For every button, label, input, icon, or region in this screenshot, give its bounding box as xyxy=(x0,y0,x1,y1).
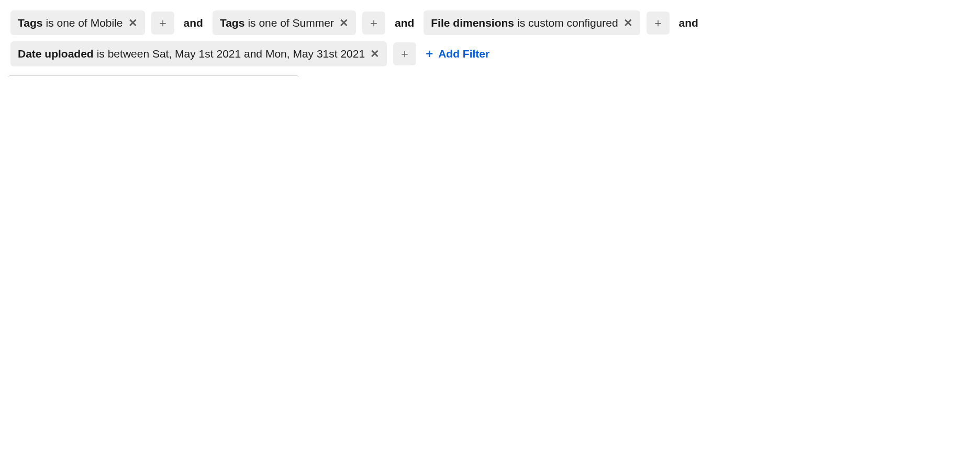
conjunction-label: and xyxy=(181,17,206,29)
close-icon[interactable]: ✕ xyxy=(128,16,138,30)
filter-rest: is one of Summer xyxy=(248,16,334,30)
filter-chip-tags-summer[interactable]: Tags is one of Summer ✕ xyxy=(213,10,356,35)
filter-rest: is one of Mobile xyxy=(46,16,122,30)
add-condition-button[interactable]: ＋ xyxy=(393,42,416,65)
add-filter-label: Add Filter xyxy=(438,48,489,60)
filter-chip-tags-mobile[interactable]: Tags is one of Mobile ✕ xyxy=(10,10,145,35)
add-filter-button[interactable]: + Add Filter xyxy=(422,42,493,65)
add-condition-button[interactable]: ＋ xyxy=(151,12,174,35)
close-icon[interactable]: ✕ xyxy=(339,16,349,30)
add-condition-button[interactable]: ＋ xyxy=(647,12,670,35)
filter-field: Date uploaded xyxy=(18,47,94,61)
conjunction-label: and xyxy=(392,17,417,29)
filter-rest: is custom configured xyxy=(517,16,618,30)
add-condition-button[interactable]: ＋ xyxy=(362,12,385,35)
close-icon[interactable]: ✕ xyxy=(370,47,380,61)
filter-chip-file-dimensions[interactable]: File dimensions is custom configured ✕ xyxy=(424,10,640,35)
filter-bar: Tags is one of Mobile ✕ ＋ and Tags is on… xyxy=(10,10,970,66)
conjunction-label: and xyxy=(676,17,701,29)
filter-field: File dimensions xyxy=(431,16,514,30)
filter-rest: is between Sat, May 1st 2021 and Mon, Ma… xyxy=(97,47,365,61)
date-mode-options: within last month within last week exact… xyxy=(8,76,299,77)
filter-chip-date-uploaded[interactable]: Date uploaded is between Sat, May 1st 20… xyxy=(10,41,387,66)
date-filter-popover: within last month within last week exact… xyxy=(7,75,299,77)
close-icon[interactable]: ✕ xyxy=(623,16,633,30)
plus-icon: + xyxy=(426,47,433,61)
filter-field: Tags xyxy=(220,16,244,30)
filter-field: Tags xyxy=(18,16,42,30)
